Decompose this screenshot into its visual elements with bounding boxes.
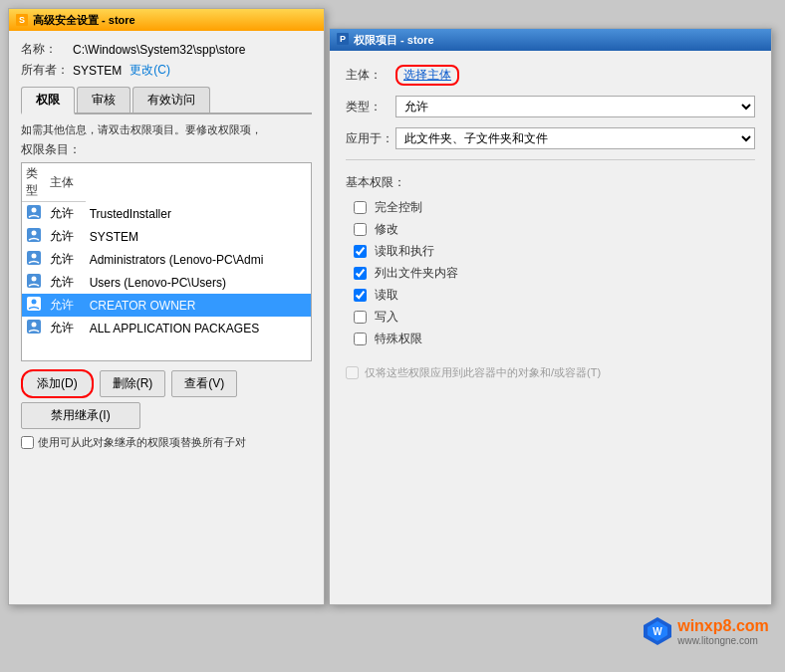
apply-container-checkbox[interactable] xyxy=(346,366,359,379)
table-row[interactable]: 允许ALL APPLICATION PACKAGES xyxy=(22,317,311,339)
view-button[interactable]: 查看(V) xyxy=(171,370,237,397)
perm-checkbox[interactable] xyxy=(354,201,367,214)
apply-row: 应用于： 此文件夹、子文件夹和文件 xyxy=(346,127,755,149)
svg-point-7 xyxy=(32,254,37,259)
col-type: 类型 xyxy=(22,163,46,202)
perm-check-label: 修改 xyxy=(375,221,398,238)
row-icon xyxy=(26,296,42,312)
perm-check-row: 写入 xyxy=(346,309,755,326)
apply-label: 应用于： xyxy=(346,130,395,147)
row-subject: Users (Lenovo-PC\Users) xyxy=(86,271,311,294)
tab-audit[interactable]: 审核 xyxy=(77,87,131,112)
subject-row: 主体： 选择主体 xyxy=(346,65,755,86)
divider xyxy=(346,159,755,160)
remove-button[interactable]: 删除(R) xyxy=(100,370,166,397)
replace-checkbox-label: 使用可从此对象继承的权限项替换所有子对 xyxy=(38,435,246,450)
svg-text:W: W xyxy=(653,626,662,637)
table-row[interactable]: 允许SYSTEM xyxy=(22,225,311,248)
svg-point-5 xyxy=(32,231,37,236)
row-subject: Administrators (Lenovo-PC\Admi xyxy=(86,248,311,271)
perm-checkbox[interactable] xyxy=(354,245,367,258)
row-type: 允许 xyxy=(46,317,86,339)
name-label: 名称： xyxy=(21,41,73,58)
row-icon xyxy=(26,273,42,289)
subject-value[interactable]: 选择主体 xyxy=(395,65,459,86)
apply-container-label: 仅将这些权限应用到此容器中的对象和/或容器(T) xyxy=(365,365,601,380)
row-type: 允许 xyxy=(46,225,86,248)
row-subject: TrustedInstaller xyxy=(86,202,311,226)
row-type: 允许 xyxy=(46,202,86,226)
svg-text:S: S xyxy=(19,15,25,25)
replace-checkbox-row: 使用可从此对象继承的权限项替换所有子对 xyxy=(21,435,312,450)
permission-table: 类型 主体 允许TrustedInstaller 允许SYSTEM 允许Admi… xyxy=(22,163,311,339)
svg-point-3 xyxy=(32,208,37,213)
perm-check-row: 修改 xyxy=(346,221,755,238)
row-subject: CREATOR OWNER xyxy=(86,294,311,317)
left-dialog-titlebar: S 高级安全设置 - store xyxy=(9,9,324,31)
permissions-container: 完全控制修改读取和执行列出文件夹内容读取写入特殊权限 xyxy=(346,199,755,347)
perm-check-label: 完全控制 xyxy=(375,199,422,216)
perm-check-row: 特殊权限 xyxy=(346,331,755,347)
perm-check-label: 写入 xyxy=(375,309,398,326)
row-type: 允许 xyxy=(46,248,86,271)
perm-checkbox[interactable] xyxy=(354,333,367,345)
perm-checkbox[interactable] xyxy=(354,223,367,236)
perm-check-row: 列出文件夹内容 xyxy=(346,265,755,282)
owner-label: 所有者： xyxy=(21,62,73,79)
table-row[interactable]: 允许TrustedInstaller xyxy=(22,202,311,226)
right-dialog-title: 权限项目 - store xyxy=(354,33,434,48)
row-subject: SYSTEM xyxy=(86,225,311,248)
left-dialog: S 高级安全设置 - store 名称： C:\Windows\System32… xyxy=(8,8,325,605)
row-icon xyxy=(26,204,42,220)
table-row[interactable]: 允许Users (Lenovo-PC\Users) xyxy=(22,271,311,294)
row-icon xyxy=(26,319,42,335)
col-subject: 主体 xyxy=(46,163,86,202)
name-value: C:\Windows\System32\spp\store xyxy=(73,43,245,57)
right-titlebar-icon: P xyxy=(336,32,350,48)
tabs-row: 权限 审核 有效访问 xyxy=(21,87,312,114)
table-row[interactable]: 允许CREATOR OWNER xyxy=(22,294,311,317)
watermark: W winxp8.com www.litongne.com xyxy=(636,602,775,662)
row-icon xyxy=(26,250,42,266)
owner-row: 所有者： SYSTEM 更改(C) xyxy=(21,62,312,79)
watermark-brand: winxp8.com xyxy=(677,617,769,635)
basic-perms-title: 基本权限： xyxy=(346,174,755,191)
tab-permissions[interactable]: 权限 xyxy=(21,87,75,114)
perm-check-label: 读取和执行 xyxy=(375,243,434,260)
add-button[interactable]: 添加(D) xyxy=(21,369,94,398)
type-row: 类型： 允许 xyxy=(346,96,755,117)
diamond-logo-icon: W xyxy=(642,615,673,647)
left-titlebar-icon: S xyxy=(15,13,29,27)
replace-checkbox[interactable] xyxy=(21,436,34,449)
table-row[interactable]: 允许Administrators (Lenovo-PC\Admi xyxy=(22,248,311,271)
perm-check-label: 读取 xyxy=(375,287,398,304)
type-select[interactable]: 允许 xyxy=(395,96,755,117)
row-icon xyxy=(26,227,42,243)
perm-checkbox[interactable] xyxy=(354,311,367,324)
subject-label: 主体： xyxy=(346,67,395,84)
owner-value: SYSTEM xyxy=(73,64,122,78)
row-subject: ALL APPLICATION PACKAGES xyxy=(86,317,311,339)
perm-checkbox[interactable] xyxy=(354,289,367,302)
permission-list-area: 类型 主体 允许TrustedInstaller 允许SYSTEM 允许Admi… xyxy=(21,162,312,361)
action-buttons-row: 添加(D) 删除(R) 查看(V) xyxy=(21,369,312,398)
svg-point-11 xyxy=(32,300,37,305)
perm-check-row: 完全控制 xyxy=(346,199,755,216)
row-type: 允许 xyxy=(46,294,86,317)
perm-checkbox[interactable] xyxy=(354,267,367,280)
svg-point-9 xyxy=(32,277,37,282)
apply-select[interactable]: 此文件夹、子文件夹和文件 xyxy=(395,127,755,149)
apply-container-row: 仅将这些权限应用到此容器中的对象和/或容器(T) xyxy=(346,365,755,380)
perm-check-row: 读取 xyxy=(346,287,755,304)
owner-change-link[interactable]: 更改(C) xyxy=(130,62,170,79)
tab-effective-access[interactable]: 有效访问 xyxy=(132,87,210,112)
perm-check-label: 列出文件夹内容 xyxy=(375,265,458,282)
row-type: 允许 xyxy=(46,271,86,294)
note-text: 如需其他信息，请双击权限项目。要修改权限项， xyxy=(21,122,312,137)
right-dialog: P 权限项目 - store 主体： 选择主体 类型： 允许 应用于： 此文件夹… xyxy=(329,28,772,605)
watermark-sub: www.litongne.com xyxy=(677,635,769,646)
disable-inherit-button[interactable]: 禁用继承(I) xyxy=(21,402,140,429)
right-dialog-titlebar: P 权限项目 - store xyxy=(330,29,771,51)
perm-check-label: 特殊权限 xyxy=(375,331,422,347)
name-row: 名称： C:\Windows\System32\spp\store xyxy=(21,41,312,58)
